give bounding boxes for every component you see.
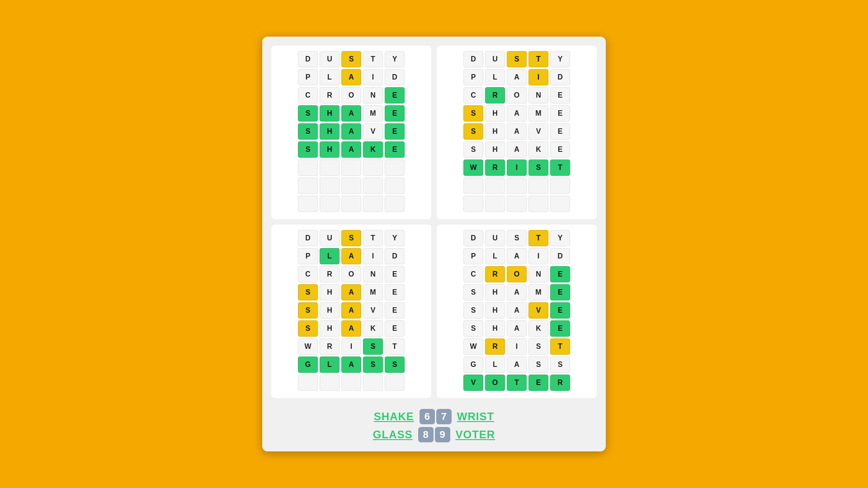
cell-1-1-0: P xyxy=(463,69,483,85)
cell-3-5-4: E xyxy=(550,320,570,337)
cell-0-1-4: D xyxy=(385,69,405,85)
cell-3-3-0: S xyxy=(463,284,483,300)
score-badge-1-0: 8 xyxy=(418,427,434,442)
word-row-3-6: WRIST xyxy=(441,338,592,355)
word-row-2-0: DUSTY xyxy=(276,230,427,246)
cell-2-1-3: I xyxy=(363,248,383,264)
word-link-GLASS[interactable]: GLASS xyxy=(373,428,413,441)
cell-1-3-4: E xyxy=(550,105,570,122)
grid-panel-top-right: DUSTYPLAIDCRONESHAMESHAVESHAKEWRIST xyxy=(437,46,597,219)
cell-1-6-2: I xyxy=(507,160,527,176)
cell-1-4-2: A xyxy=(507,123,527,140)
cell-2-1-0: P xyxy=(298,248,318,264)
cell-0-0-0: D xyxy=(298,51,318,67)
cell-2-0-3: T xyxy=(363,230,383,246)
cell-2-2-3: N xyxy=(363,266,383,282)
cell-2-0-1: U xyxy=(320,230,340,246)
cell-0-4-1: H xyxy=(320,123,340,140)
cell-2-7-4: S xyxy=(385,357,405,373)
cell-2-5-0: S xyxy=(298,320,318,337)
word-row-1-5: SHAKE xyxy=(441,141,592,158)
cell-3-5-3: K xyxy=(528,320,548,337)
word-row-3-3: SHAME xyxy=(441,284,592,300)
cell-3-7-2: A xyxy=(507,357,527,373)
word-row-0-8 xyxy=(276,196,427,212)
cell-0-0-3: T xyxy=(363,51,383,67)
cell-empty-0-6-2 xyxy=(341,160,361,176)
cell-0-2-3: N xyxy=(363,87,383,103)
cell-1-0-2: S xyxy=(507,51,527,67)
cell-3-8-0: V xyxy=(463,375,483,391)
grids-wrapper: DUSTYPLAIDCRONESHAMESHAVESHAKEDUSTYPLAID… xyxy=(271,46,597,398)
word-row-2-8 xyxy=(276,375,427,391)
cell-1-4-1: H xyxy=(485,123,505,140)
word-link-SHAKE[interactable]: SHAKE xyxy=(374,410,414,423)
cell-2-5-1: H xyxy=(320,320,340,337)
cell-1-2-3: N xyxy=(528,87,548,103)
cell-3-2-1: R xyxy=(485,266,505,282)
cell-1-2-1: R xyxy=(485,87,505,103)
cell-2-3-1: H xyxy=(320,284,340,300)
cell-0-5-1: H xyxy=(320,141,340,158)
cell-0-2-4: E xyxy=(385,87,405,103)
cell-1-5-0: S xyxy=(463,141,483,158)
cell-2-4-3: V xyxy=(363,302,383,319)
word-row-0-2: CRONE xyxy=(276,87,427,103)
cell-3-7-1: L xyxy=(485,357,505,373)
cell-3-8-3: E xyxy=(528,375,548,391)
cell-3-4-4: E xyxy=(550,302,570,319)
word-row-3-0: DUSTY xyxy=(441,230,592,246)
cell-empty-1-8-4 xyxy=(550,196,570,212)
cell-1-3-3: M xyxy=(528,105,548,122)
cell-3-1-3: I xyxy=(528,248,548,264)
cell-2-5-3: K xyxy=(363,320,383,337)
cell-1-2-2: O xyxy=(507,87,527,103)
cell-empty-0-8-4 xyxy=(385,196,405,212)
cell-empty-1-8-2 xyxy=(507,196,527,212)
cell-3-8-2: T xyxy=(507,375,527,391)
cell-empty-2-8-3 xyxy=(363,375,383,391)
word-row-0-1: PLAID xyxy=(276,69,427,85)
cell-0-4-2: A xyxy=(341,123,361,140)
cell-1-3-1: H xyxy=(485,105,505,122)
cell-2-6-1: R xyxy=(320,338,340,355)
score-badge-1-1: 9 xyxy=(435,427,450,442)
cell-3-0-4: Y xyxy=(550,230,570,246)
cell-0-2-0: C xyxy=(298,87,318,103)
cell-3-5-0: S xyxy=(463,320,483,337)
score-badge-group-1: 89 xyxy=(418,427,450,442)
cell-1-5-1: H xyxy=(485,141,505,158)
cell-2-1-4: D xyxy=(385,248,405,264)
cell-2-1-1: L xyxy=(320,248,340,264)
cell-0-3-3: M xyxy=(363,105,383,122)
score-badge-group-0: 67 xyxy=(420,409,452,424)
cell-0-2-2: O xyxy=(341,87,361,103)
cell-3-2-4: E xyxy=(550,266,570,282)
cell-2-0-4: Y xyxy=(385,230,405,246)
cell-3-0-1: U xyxy=(485,230,505,246)
word-link-VOTER[interactable]: VOTER xyxy=(456,428,495,441)
cell-0-4-0: S xyxy=(298,123,318,140)
word-row-2-2: CRONE xyxy=(276,266,427,282)
cell-3-1-1: L xyxy=(485,248,505,264)
cell-2-7-3: S xyxy=(363,357,383,373)
cell-0-0-1: U xyxy=(320,51,340,67)
cell-empty-2-8-2 xyxy=(341,375,361,391)
cell-2-4-2: A xyxy=(341,302,361,319)
cell-2-3-3: M xyxy=(363,284,383,300)
cell-2-6-4: T xyxy=(385,338,405,355)
cell-1-3-0: S xyxy=(463,105,483,122)
cell-empty-0-7-0 xyxy=(298,178,318,194)
bottom-bar: SHAKE67WRISTGLASS89VOTER xyxy=(271,405,597,442)
word-link-WRIST[interactable]: WRIST xyxy=(457,410,494,423)
cell-3-4-1: H xyxy=(485,302,505,319)
grid-panel-top-left: DUSTYPLAIDCRONESHAMESHAVESHAKE xyxy=(271,46,431,219)
cell-2-0-2: S xyxy=(341,230,361,246)
cell-0-5-2: A xyxy=(341,141,361,158)
cell-empty-0-8-3 xyxy=(363,196,383,212)
cell-0-1-0: P xyxy=(298,69,318,85)
cell-1-3-2: A xyxy=(507,105,527,122)
cell-3-0-0: D xyxy=(463,230,483,246)
cell-1-0-4: Y xyxy=(550,51,570,67)
cell-2-7-0: G xyxy=(298,357,318,373)
